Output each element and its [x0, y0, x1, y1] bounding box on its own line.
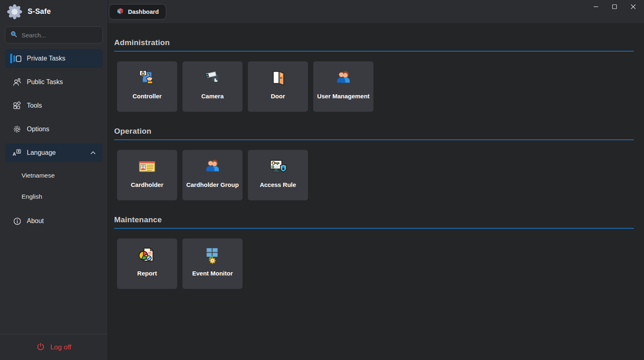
sidebar-item-public-tasks[interactable]: Public Tasks — [5, 73, 102, 91]
sidebar-subitem-label: English — [22, 193, 42, 200]
close-button[interactable] — [624, 0, 642, 15]
dashboard-icon — [116, 7, 124, 17]
tile-door[interactable]: Door — [248, 61, 308, 112]
maximize-icon — [612, 4, 617, 11]
tile-label: Door — [271, 93, 285, 100]
sidebar-item-language[interactable]: ALanguage — [5, 143, 102, 162]
tile-label: Camera — [201, 93, 223, 100]
cardholder-icon — [137, 157, 157, 177]
tab-label: Dashboard — [128, 9, 159, 15]
language-icon: A — [13, 148, 22, 157]
sidebar-subitem-label: Vietnamese — [22, 172, 55, 179]
tile-label: Report — [137, 270, 157, 277]
tile-grid: ControllerCameraDoorUser Management — [114, 61, 634, 112]
options-icon — [13, 125, 22, 134]
sidebar-item-options[interactable]: Options — [5, 120, 102, 139]
tile-label: Cardholder — [131, 181, 163, 188]
section-underline — [114, 139, 634, 140]
private-tasks-icon — [13, 54, 22, 63]
sidebar-item-label: About — [27, 217, 44, 225]
user-management-icon — [334, 69, 353, 88]
tile-label: Controller — [132, 93, 162, 100]
tools-icon — [13, 101, 22, 110]
minimize-icon — [593, 4, 598, 11]
tab-dashboard[interactable]: Dashboard — [109, 4, 166, 20]
public-tasks-icon — [13, 78, 22, 87]
tile-report[interactable]: Report — [117, 239, 177, 289]
power-icon — [37, 343, 45, 352]
section-title: Operation — [114, 127, 634, 136]
sidebar: S-Safe Private TasksPublic TasksToolsOpt… — [0, 0, 108, 360]
sidebar-subitem-vietnamese[interactable]: Vietnamese — [5, 167, 102, 184]
section-title: Maintenance — [114, 215, 634, 224]
sidebar-item-label: Private Tasks — [27, 55, 65, 62]
tile-label: User Management — [317, 93, 369, 100]
window-controls — [586, 0, 642, 15]
door-icon — [268, 69, 288, 88]
maximize-button[interactable] — [605, 0, 624, 15]
section-administration: AdministrationControllerCameraDoorUser M… — [114, 38, 634, 112]
access-rule-icon — [268, 157, 288, 177]
minimize-button[interactable] — [586, 0, 605, 15]
tile-user-management[interactable]: User Management — [313, 61, 373, 112]
tile-grid: ReportEvent Monitor — [114, 239, 634, 289]
sidebar-item-label: Options — [27, 126, 49, 133]
app-logo-icon — [7, 4, 23, 20]
dashboard-content: AdministrationControllerCameraDoorUser M… — [108, 23, 644, 360]
tile-label: Cardholder Group — [186, 181, 239, 188]
sidebar-header: S-Safe — [0, 0, 108, 23]
sidebar-item-label: Language — [27, 149, 56, 156]
app-window: S-Safe Private TasksPublic TasksToolsOpt… — [0, 0, 644, 360]
cardholder-group-icon — [203, 157, 222, 177]
tile-grid: CardholderCardholder GroupAccess Rule — [114, 150, 634, 200]
about-icon — [13, 217, 22, 226]
section-underline — [114, 228, 634, 229]
tile-cardholder[interactable]: Cardholder — [117, 150, 177, 200]
sidebar-nav: Private TasksPublic TasksToolsOptionsALa… — [0, 48, 108, 334]
close-icon — [631, 4, 636, 11]
logoff-button[interactable]: Log off — [0, 334, 108, 360]
section-maintenance: MaintenanceReportEvent Monitor — [114, 215, 634, 289]
sidebar-item-about[interactable]: About — [5, 212, 102, 230]
topbar: Dashboard — [108, 0, 644, 23]
search-box[interactable] — [5, 26, 103, 43]
tile-controller[interactable]: Controller — [117, 61, 177, 112]
search-icon — [10, 30, 17, 39]
sidebar-subitem-english[interactable]: English — [5, 188, 102, 205]
tile-cardholder-group[interactable]: Cardholder Group — [182, 150, 243, 200]
logoff-label: Log off — [50, 343, 72, 351]
tile-label: Event Monitor — [192, 270, 233, 277]
sidebar-item-label: Tools — [27, 102, 42, 109]
sidebar-item-tools[interactable]: Tools — [5, 96, 102, 115]
search-input[interactable] — [22, 32, 95, 39]
sidebar-item-label: Public Tasks — [27, 78, 63, 86]
section-operation: OperationCardholderCardholder GroupAcces… — [114, 127, 634, 200]
main-area: Dashboard AdministrationControllerCamera… — [108, 0, 644, 360]
controller-icon — [137, 69, 157, 88]
sidebar-item-private-tasks[interactable]: Private Tasks — [5, 49, 102, 68]
event-monitor-icon — [203, 246, 222, 265]
active-accent-bar — [10, 54, 12, 63]
section-title: Administration — [114, 38, 634, 47]
tile-event-monitor[interactable]: Event Monitor — [182, 239, 243, 289]
tile-access-rule[interactable]: Access Rule — [248, 150, 308, 200]
tile-label: Access Rule — [260, 181, 296, 188]
app-title: S-Safe — [28, 7, 51, 16]
camera-icon — [203, 69, 222, 88]
svg-text:A: A — [13, 152, 16, 156]
tile-camera[interactable]: Camera — [182, 61, 243, 112]
report-icon — [137, 246, 157, 265]
section-underline — [114, 51, 634, 52]
chevron-up-icon[interactable] — [89, 149, 97, 156]
